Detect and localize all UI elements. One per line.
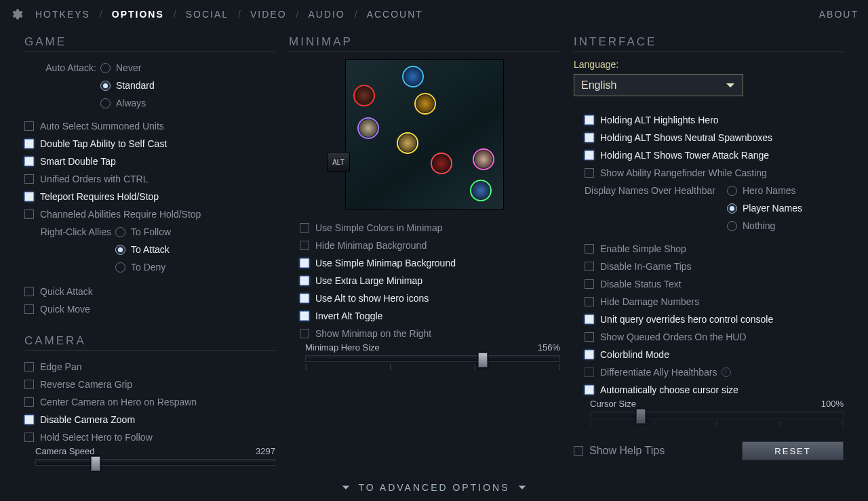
nav-about[interactable]: ABOUT xyxy=(819,9,859,20)
radio[interactable] xyxy=(100,98,111,108)
checkbox[interactable] xyxy=(24,139,34,148)
radio[interactable] xyxy=(115,262,125,273)
radio[interactable] xyxy=(100,81,111,91)
nav-account[interactable]: ACCOUNT xyxy=(367,9,423,20)
checkbox-label: Reverse Camera Grip xyxy=(40,379,132,390)
checkbox[interactable] xyxy=(585,115,594,125)
hero-icon xyxy=(399,134,416,152)
differentiate-ally-row: Differentiate Ally Healthbars i xyxy=(574,363,844,381)
checkbox[interactable] xyxy=(574,446,583,456)
checkbox-label: Holding ALT Highlights Hero xyxy=(600,115,719,125)
checkbox-label: Teleport Requires Hold/Stop xyxy=(40,191,159,202)
camera-speed-slider[interactable] xyxy=(35,459,275,466)
radio[interactable] xyxy=(115,245,125,255)
radio-label: To Attack xyxy=(131,244,170,255)
checkbox-label: Unit query overrides hero control consol… xyxy=(600,314,773,325)
nav-hotkeys[interactable]: HOTKEYS xyxy=(35,9,90,20)
reset-button[interactable]: RESET xyxy=(742,441,844,460)
checkbox[interactable] xyxy=(24,174,34,184)
radio[interactable] xyxy=(727,203,737,214)
cursor-size-label: Cursor Size xyxy=(590,399,636,409)
checkbox[interactable] xyxy=(585,315,594,324)
checkbox-label: Disable In-Game Tips xyxy=(600,261,692,272)
advanced-options-link[interactable]: TO ADVANCED OPTIONS xyxy=(0,482,868,493)
checkbox xyxy=(585,367,594,377)
checkbox-label: Use Extra Large Minimap xyxy=(315,275,422,286)
info-icon[interactable]: i xyxy=(722,367,731,377)
radio-label: Player Names xyxy=(743,203,802,214)
cursor-size-value: 100% xyxy=(821,399,844,409)
hero-icon xyxy=(416,95,434,113)
radio-label: Hero Names xyxy=(743,185,796,196)
radio[interactable] xyxy=(727,221,737,231)
checkbox[interactable] xyxy=(24,397,34,407)
checkbox[interactable] xyxy=(24,304,34,314)
checkbox[interactable] xyxy=(585,262,594,271)
radio-label: Nothing xyxy=(743,220,775,231)
chevron-down-icon xyxy=(725,80,736,91)
checkbox[interactable] xyxy=(585,151,594,160)
nav-social[interactable]: SOCIAL xyxy=(186,9,229,20)
checkbox[interactable] xyxy=(24,415,34,424)
nav-audio[interactable]: AUDIO xyxy=(308,9,344,20)
hero-icon xyxy=(359,119,377,137)
checkbox[interactable] xyxy=(585,133,594,142)
checkbox[interactable] xyxy=(300,276,309,285)
checkbox-label: Center Camera on Hero on Respawn xyxy=(40,397,197,407)
checkbox[interactable] xyxy=(585,279,594,289)
checkbox[interactable] xyxy=(24,121,34,131)
checkbox-label: Holding ALT Shows Tower Attack Range xyxy=(600,150,769,161)
radio-label: Standard xyxy=(116,80,155,91)
checkbox[interactable] xyxy=(300,223,309,233)
checkbox[interactable] xyxy=(585,168,594,178)
camera-speed-thumb[interactable] xyxy=(91,456,100,471)
checkbox[interactable] xyxy=(24,380,34,389)
checkbox[interactable] xyxy=(24,362,34,372)
checkbox-label: Auto Select Summoned Units xyxy=(40,121,164,132)
checkbox[interactable] xyxy=(585,350,594,359)
minimap-hero-size-thumb[interactable] xyxy=(478,353,488,367)
checkbox[interactable] xyxy=(585,385,594,395)
nav-separator: / xyxy=(355,9,357,20)
radio[interactable] xyxy=(727,186,737,196)
cursor-size-slider xyxy=(590,412,844,418)
checkbox[interactable] xyxy=(24,157,34,166)
nav-options[interactable]: OPTIONS xyxy=(112,9,164,20)
language-dropdown[interactable]: English xyxy=(574,74,743,96)
checkbox-label: Channeled Abilities Require Hold/Stop xyxy=(40,209,201,220)
radio[interactable] xyxy=(115,227,125,237)
checkbox[interactable] xyxy=(585,297,594,306)
hero-icon xyxy=(475,151,492,168)
checkbox[interactable] xyxy=(585,332,594,342)
gear-icon[interactable] xyxy=(9,7,23,21)
checkbox-label: Show Ability Rangefinder While Casting xyxy=(600,167,767,178)
alt-key-badge: ALT xyxy=(327,152,350,172)
checkbox-label: Edge Pan xyxy=(40,361,82,372)
checkbox-label: Hide Minimap Background xyxy=(315,240,427,251)
checkbox[interactable] xyxy=(300,311,309,321)
radio-label: Never xyxy=(116,62,141,73)
checkbox[interactable] xyxy=(24,209,34,219)
top-nav: HOTKEYS/OPTIONS/SOCIAL/VIDEO/AUDIO/ACCOU… xyxy=(0,0,868,28)
checkbox-label: Use Simple Minimap Background xyxy=(315,258,456,268)
names-over-healthbar-label: Display Names Over Healthbar xyxy=(585,185,723,196)
checkbox[interactable] xyxy=(24,433,34,442)
checkbox-label: Enable Simple Shop xyxy=(600,243,686,254)
checkbox[interactable] xyxy=(585,244,594,254)
checkbox-label: Show Help Tips xyxy=(589,445,665,457)
minimap-hero-size-slider[interactable] xyxy=(305,355,560,362)
checkbox[interactable] xyxy=(24,192,34,201)
nav-video[interactable]: VIDEO xyxy=(250,9,287,20)
checkbox[interactable] xyxy=(300,258,309,268)
hero-icon xyxy=(472,182,490,199)
checkbox[interactable] xyxy=(300,294,309,303)
radio[interactable] xyxy=(100,63,111,73)
auto-attack-label: Auto Attack: xyxy=(24,62,96,73)
checkbox[interactable] xyxy=(24,287,34,296)
checkbox[interactable] xyxy=(300,241,309,250)
checkbox[interactable] xyxy=(300,329,309,338)
checkbox-label: Disable Camera Zoom xyxy=(40,414,135,425)
minimap-preview: ALT xyxy=(345,59,504,209)
checkbox-label: Invert Alt Toggle xyxy=(315,310,382,321)
radio-label: To Follow xyxy=(131,226,171,237)
